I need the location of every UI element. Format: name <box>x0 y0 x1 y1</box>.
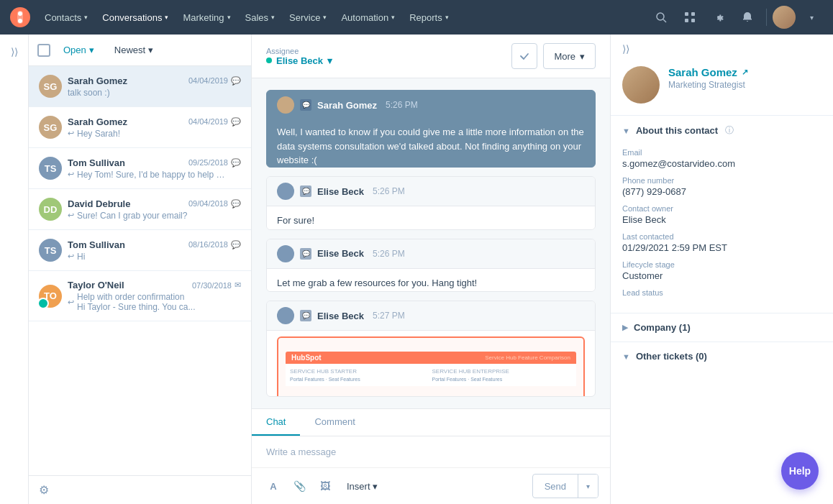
msg-time: 5:26 PM <box>386 100 418 110</box>
insert-button[interactable]: Insert ▾ <box>341 476 383 496</box>
conv-avatar: DD <box>39 198 62 221</box>
nav-marketing[interactable]: Marketing ▾ <box>176 0 237 35</box>
conv-name: David Debrule <box>68 198 130 209</box>
sales-caret-icon: ▾ <box>271 14 275 21</box>
reply-icon: ↩ <box>68 170 74 179</box>
company-section-title: Company (1) <box>634 322 691 333</box>
send-button[interactable]: Send <box>533 477 578 496</box>
contact-avatar <box>622 66 660 104</box>
msg-time: 5:26 PM <box>373 249 405 259</box>
chat-header-actions: More ▾ <box>511 43 596 69</box>
company-section-header[interactable]: ▶ Company (1) <box>611 313 833 342</box>
online-dot <box>266 58 272 63</box>
comment-tab[interactable]: Comment <box>300 409 369 436</box>
conv-item[interactable]: SG Sarah Gomez 04/04/2019 💬 talk soon :) <box>29 66 251 107</box>
chat-toolbar: A 📎 🖼 Insert ▾ Send ▾ <box>252 467 610 504</box>
owner-detail: Contact owner Elise Beck <box>622 204 821 225</box>
apps-button[interactable] <box>677 4 703 30</box>
msg-sender: Elise Beck <box>317 248 364 259</box>
conv-item-info: Tom Sullivan 08/16/2018 💬 ↩ Hi <box>68 239 241 262</box>
msg-sender: Sarah Gomez <box>317 100 377 111</box>
open-filter-button[interactable]: Open ▾ <box>56 42 101 58</box>
nav-contacts[interactable]: Contacts ▾ <box>37 0 95 35</box>
reports-caret-icon: ▾ <box>445 14 449 21</box>
conv-item[interactable]: SG Sarah Gomez 04/04/2019 💬 ↩ Hey Sarah! <box>29 107 251 148</box>
image-button[interactable]: 🖼 <box>315 476 335 496</box>
search-button[interactable] <box>648 4 674 30</box>
nav-conversations[interactable]: Conversations ▾ <box>95 0 176 35</box>
messages-area: 💬 Sarah Gomez 5:26 PM Well, I wanted to … <box>252 78 610 408</box>
conv-avatar: SG <box>39 75 62 98</box>
conv-item-info: Sarah Gomez 04/04/2019 💬 talk soon :) <box>68 75 241 98</box>
email-icon: ✉ <box>235 280 241 290</box>
select-all-checkbox[interactable] <box>37 44 50 57</box>
more-button[interactable]: More ▾ <box>543 43 596 69</box>
user-avatar[interactable] <box>773 6 796 29</box>
hs-card-title: Service Hub Feature Comparison <box>326 354 570 361</box>
svg-rect-5 <box>685 12 688 16</box>
contact-title: Marketing Strategist <box>668 80 821 90</box>
chat-panel: Assignee Elise Beck ▾ More ▾ <box>252 35 610 504</box>
right-panel: ⟩⟩ Sarah Gomez ↗ Marketing Strategist ▼ … <box>610 35 833 504</box>
message-input[interactable]: Write a message <box>252 436 610 467</box>
chat-header-info: Assignee Elise Beck ▾ <box>266 47 332 66</box>
chat-tab[interactable]: Chat <box>252 409 300 436</box>
conv-item[interactable]: TS Tom Sullivan 08/16/2018 💬 ↩ Hi <box>29 230 251 271</box>
conv-item[interactable]: TO Taylor O'Neil 07/30/2018 ✉ ↩ <box>29 271 251 321</box>
reply-icon: ↩ <box>68 252 74 261</box>
send-button-group: Send ▾ <box>532 474 598 498</box>
nav-service[interactable]: Service ▾ <box>282 0 334 35</box>
about-section-header[interactable]: ▼ About this contact ⓘ <box>611 115 833 145</box>
nav-automation[interactable]: Automation ▾ <box>334 0 402 35</box>
resolve-button[interactable] <box>511 43 537 69</box>
message-header: 💬 Elise Beck 5:26 PM <box>267 177 595 206</box>
conv-item[interactable]: TS Tom Sullivan 09/25/2018 💬 ↩ Hey Tom! … <box>29 148 251 189</box>
settings-button[interactable] <box>706 4 732 30</box>
last-contacted-detail: Last contacted 01/29/2021 2:59 PM EST <box>622 232 821 253</box>
hubspot-logo[interactable] <box>9 6 32 29</box>
chat-icon: 💬 <box>300 185 311 197</box>
conv-avatar: SG <box>39 116 62 139</box>
contact-name-link[interactable]: Sarah Gomez ↗ <box>668 66 821 78</box>
text-format-button[interactable]: A <box>263 476 283 496</box>
newest-filter-button[interactable]: Newest ▾ <box>107 42 160 58</box>
hs-col1-sub: Portal Features · Seat Features <box>290 377 430 382</box>
notifications-button[interactable] <box>734 4 760 30</box>
conv-list-header: Open ▾ Newest ▾ <box>29 35 251 66</box>
attachment-button[interactable]: 📎 <box>289 476 309 496</box>
msg-avatar <box>277 96 294 114</box>
nav-items: Contacts ▾ Conversations ▾ Marketing ▾ S… <box>37 0 648 35</box>
right-panel-expand-button[interactable]: ⟩⟩ <box>622 43 629 55</box>
assignee-label: Assignee <box>266 47 332 55</box>
svg-rect-7 <box>685 19 688 22</box>
online-indicator <box>37 298 49 309</box>
svg-line-4 <box>663 19 666 22</box>
nav-reports[interactable]: Reports ▾ <box>402 0 456 35</box>
hs-col2-title: SERVICE HUB ENTERPRISE <box>432 368 573 375</box>
assignee-selector[interactable]: Elise Beck ▾ <box>266 55 332 66</box>
message-block-attachment: 💬 Elise Beck 5:27 PM HubSpot Service Hub… <box>266 301 596 397</box>
settings-button[interactable]: ⚙ <box>39 483 241 497</box>
nav-sales[interactable]: Sales ▾ <box>238 0 283 35</box>
reply-icon: ↩ <box>68 211 74 220</box>
account-caret-icon[interactable]: ▾ <box>798 4 824 30</box>
hubspot-attachment-card: HubSpot Service Hub Feature Comparison S… <box>277 336 585 397</box>
conversation-list-panel: Open ▾ Newest ▾ SG Sarah Gomez 04/04/201… <box>29 35 252 504</box>
assignee-name: Elise Beck <box>276 55 323 66</box>
help-button[interactable]: Help <box>781 452 819 490</box>
msg-body: For sure! <box>267 206 595 229</box>
comment-icon: 💬 <box>231 76 241 86</box>
svg-rect-8 <box>691 19 695 22</box>
conv-date: 04/04/2019 <box>188 117 228 126</box>
send-caret-button[interactable]: ▾ <box>578 475 598 498</box>
other-tickets-section-header[interactable]: ▼ Other tickets (0) <box>611 342 833 370</box>
contact-header: Sarah Gomez ↗ Marketing Strategist <box>611 63 833 115</box>
conv-item[interactable]: DD David Debrule 09/04/2018 💬 ↩ Sure! Ca… <box>29 189 251 230</box>
sidebar-expand-button[interactable]: ⟩⟩ <box>11 46 18 58</box>
conversations-caret-icon: ▾ <box>165 14 168 21</box>
comment-icon: 💬 <box>231 158 241 168</box>
msg-sender: Elise Beck <box>317 186 364 197</box>
msg-sender: Elise Beck <box>317 311 364 321</box>
more-caret-icon: ▾ <box>580 51 585 62</box>
conv-preview: Help with order confirmation <box>77 292 196 302</box>
